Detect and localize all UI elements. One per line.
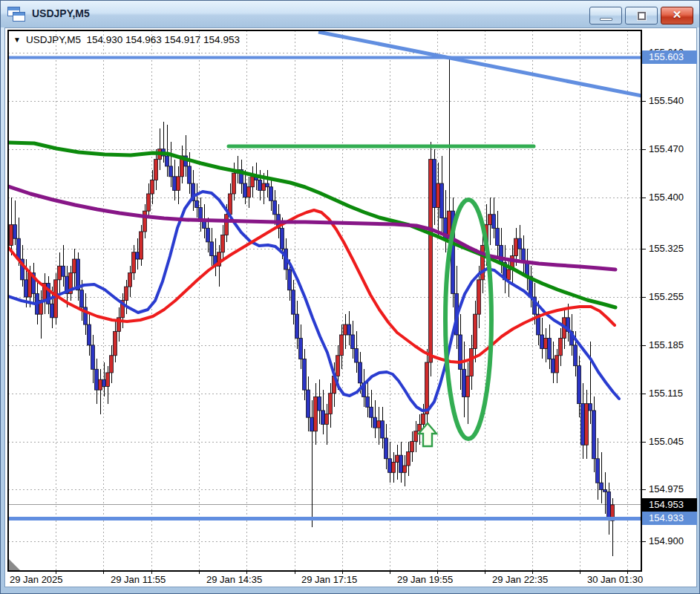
grid [8, 30, 641, 571]
price-tick-label: 155.400 [649, 192, 684, 203]
price-tick-label: 155.325 [649, 243, 684, 254]
price-tick-label: 154.900 [649, 535, 684, 546]
scroll-corner-triangle [9, 559, 20, 570]
price-label-154.953: 154.953 [642, 498, 697, 512]
chart-ohlc-header[interactable]: ▼USDJPY,M5 154.930 154.963 154.917 154.9… [13, 34, 240, 45]
time-axis[interactable]: 29 Jan 202529 Jan 11:5529 Jan 14:3529 Ja… [1, 571, 700, 587]
price-label-154.933: 154.933 [642, 512, 697, 525]
price-tick-label: 155.185 [649, 339, 684, 350]
descending-trendline [318, 32, 641, 96]
chevron-down-icon[interactable]: ▼ [13, 36, 21, 44]
candles [10, 57, 615, 556]
price-tick-label: 155.540 [649, 95, 684, 106]
time-tick-label: 29 Jan 2025 [10, 574, 63, 585]
time-tick-label: 29 Jan 17:15 [301, 574, 357, 585]
time-tick-label: 29 Jan 19:55 [397, 574, 453, 585]
price-axis[interactable]: 155.610155.540155.470155.400155.325155.2… [642, 27, 700, 571]
ma-fast-blue [8, 192, 619, 411]
time-tick-label: 29 Jan 14:35 [206, 574, 262, 585]
price-tick-label: 155.115 [649, 388, 683, 399]
chart-ohlc-values: 154.930 154.963 154.917 154.953 [86, 34, 239, 45]
time-tick-label: 29 Jan 22:35 [492, 574, 548, 585]
price-tick-label: 155.470 [649, 143, 684, 154]
chart-symbol-period: USDJPY,M5 [26, 34, 81, 45]
price-tick-label: 155.045 [649, 436, 684, 447]
highlight-ellipse [445, 200, 491, 439]
ma-trend-green [8, 143, 615, 307]
price-label-155.603: 155.603 [642, 50, 697, 64]
time-tick-label: 30 Jan 01:30 [587, 574, 643, 585]
axis-ticks [56, 53, 646, 574]
time-tick-label: 29 Jan 11:55 [111, 574, 166, 585]
price-tick-label: 155.255 [649, 291, 684, 302]
chart-plot[interactable] [1, 1, 700, 594]
chart-window: USDJPY,M5 ✕ ▼USDJPY,M5 154.930 154.963 1… [0, 0, 700, 594]
price-tick-label: 154.975 [649, 483, 684, 495]
